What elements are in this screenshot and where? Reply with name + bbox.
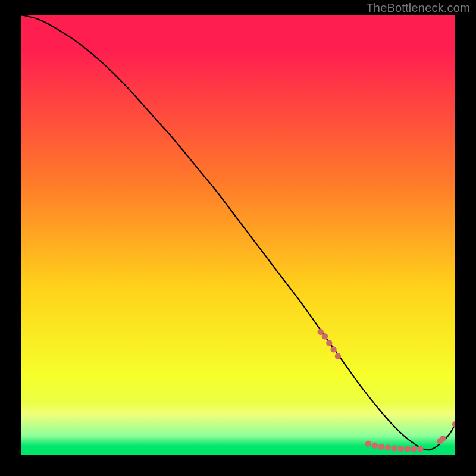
data-marker <box>326 340 332 346</box>
data-marker <box>365 441 371 447</box>
data-marker <box>335 353 341 359</box>
data-marker <box>405 446 411 452</box>
data-marker <box>330 346 336 352</box>
data-marker <box>385 444 391 450</box>
data-markers <box>318 329 456 452</box>
data-marker <box>398 446 404 452</box>
data-marker <box>322 333 328 339</box>
chart-stage: TheBottleneck.com <box>0 0 476 476</box>
data-marker <box>417 446 423 452</box>
data-marker <box>318 329 324 335</box>
bottleneck-curve <box>21 15 455 450</box>
watermark: TheBottleneck.com <box>366 1 470 15</box>
data-marker <box>411 446 416 452</box>
data-marker <box>378 444 384 450</box>
data-marker <box>392 445 397 451</box>
data-marker <box>372 443 378 449</box>
data-marker <box>440 436 446 441</box>
overlay-svg <box>21 15 455 455</box>
plot-area <box>21 15 455 455</box>
data-marker <box>452 421 455 427</box>
